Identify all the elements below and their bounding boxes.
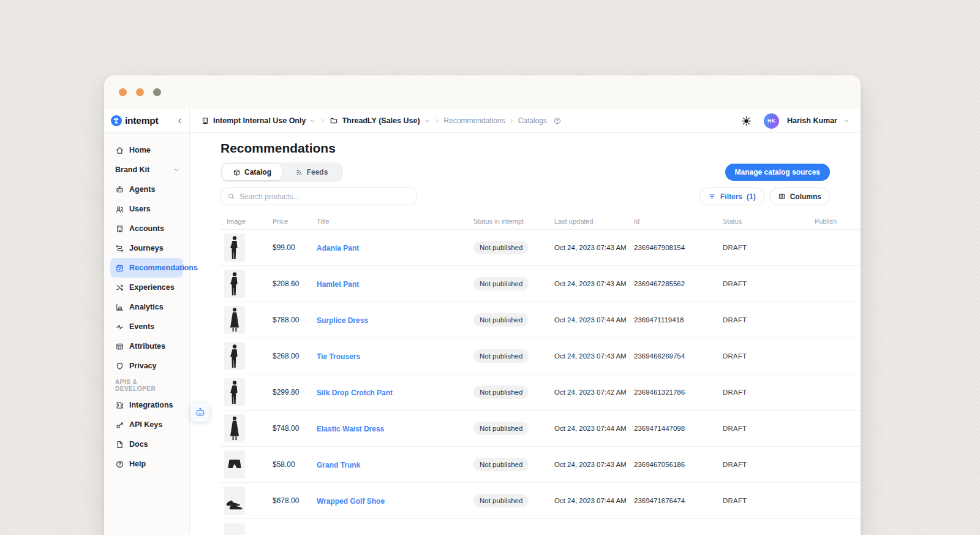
sidebar-item-label: Recommendations — [129, 264, 198, 272]
columns-label: Columns — [790, 192, 821, 201]
sidebar-item-label: Home — [129, 146, 151, 154]
status-badge: Not published — [473, 277, 529, 290]
table-row[interactable]: $208.60Hamlet PantNot publishedOct 24, 2… — [221, 266, 861, 302]
org-switcher[interactable]: Intempt Internal Use Only — [201, 116, 316, 125]
table-row[interactable]: $58.00Grand TrunkNot publishedOct 24, 20… — [221, 447, 861, 483]
draft-status-cell: DRAFT — [723, 352, 815, 360]
sidebar-item-api-keys[interactable]: API Keys — [110, 415, 183, 434]
search-icon — [227, 192, 235, 200]
breadcrumb-page[interactable]: Catalogs — [518, 116, 547, 125]
sidebar-section-label: APIS & DEVELOPER — [110, 376, 183, 395]
table-row[interactable]: $268.00Tie TrousersNot publishedOct 24, … — [221, 338, 861, 374]
table-row[interactable]: $788.00Surplice DressNot publishedOct 24… — [221, 302, 861, 338]
price-cell: $678.00 — [273, 496, 317, 505]
table-row[interactable]: $678.00Wrapped Golf ShoeNot publishedOct… — [221, 483, 861, 519]
puzzle-icon — [115, 401, 124, 410]
sidebar-item-help[interactable]: Help — [110, 454, 183, 474]
tab-catalog[interactable]: Catalog — [222, 164, 282, 180]
product-thumbnail — [224, 342, 245, 370]
last-updated-cell: Oct 24, 2023 07:44 AM — [554, 497, 634, 504]
sidebar-collapse-button[interactable] — [176, 117, 184, 125]
avatar[interactable]: HK — [764, 113, 779, 129]
sidebar-item-events[interactable]: Events — [110, 317, 183, 336]
status-badge: Not published — [473, 494, 529, 507]
id-cell: 2369471447098 — [634, 425, 723, 432]
sidebar-item-label: Accounts — [129, 224, 164, 233]
doc-icon — [115, 440, 124, 449]
sidebar-item-docs[interactable]: Docs — [110, 434, 183, 454]
product-image-cell — [221, 306, 273, 334]
filters-count: (1) — [747, 192, 756, 201]
columns-button[interactable]: Columns — [769, 188, 830, 205]
product-title-link[interactable]: Wrapped Golf Shoe — [317, 497, 385, 506]
project-name: ThreadLY (Sales Use) — [342, 116, 420, 125]
column-header-publish: Publish — [815, 218, 861, 225]
chevron-right-icon — [509, 118, 514, 124]
sidebar-item-label: Events — [129, 322, 154, 331]
breadcrumb: Intempt Internal Use Only ThreadLY (Sale… — [190, 109, 861, 133]
sidebar-item-label: Brand Kit — [115, 165, 149, 174]
intempt-logo[interactable]: intempt — [111, 115, 159, 126]
id-cell: 2369467908154 — [634, 244, 723, 251]
window-control-close[interactable] — [119, 88, 127, 96]
project-switcher[interactable]: ThreadLY (Sales Use) — [330, 116, 430, 125]
sidebar-item-attributes[interactable]: Attributes — [110, 336, 183, 356]
product-title-link[interactable]: Silk Drop Crotch Pant — [317, 389, 393, 397]
ai-assistant-button[interactable] — [190, 403, 209, 422]
price-cell: $208.60 — [273, 279, 317, 288]
table-row[interactable]: $299.80Silk Drop Crotch PantNot publishe… — [221, 374, 861, 411]
products-table: ImagePriceTitleStatus in intemptLast upd… — [221, 213, 861, 535]
bot-icon — [115, 185, 124, 194]
filters-label: Filters — [720, 192, 742, 201]
product-title-link[interactable]: Hamlet Pant — [317, 280, 359, 289]
table-actions: Filters (1) Columns — [699, 188, 830, 205]
product-title-link[interactable]: Grand Trunk — [317, 461, 360, 469]
sidebar-item-journeys[interactable]: Journeys — [110, 238, 183, 258]
chevron-down-icon — [173, 167, 180, 173]
price-cell: $748.00 — [273, 424, 317, 433]
sidebar-item-users[interactable]: Users — [110, 199, 183, 219]
tab-feeds[interactable]: Feeds — [282, 164, 341, 180]
sidebar-item-recommendations[interactable]: Recommendations — [110, 258, 183, 278]
product-image-cell — [221, 414, 273, 442]
filters-button[interactable]: Filters (1) — [699, 188, 764, 205]
sidebar-item-agents[interactable]: Agents — [110, 180, 183, 199]
product-thumbnail — [224, 270, 245, 298]
controls-row-2: Filters (1) Columns — [221, 188, 861, 205]
product-image-cell — [221, 487, 273, 515]
sidebar-item-label: Integrations — [129, 401, 173, 409]
window-control-minimize[interactable] — [136, 88, 144, 96]
product-title-link[interactable]: Adania Pant — [317, 244, 359, 252]
sidebar-item-accounts[interactable]: Accounts — [110, 219, 183, 238]
user-name[interactable]: Harish Kumar — [787, 116, 837, 125]
column-header-status-in-intempt: Status in intempt — [473, 218, 554, 225]
product-title-link[interactable]: Elastic Waist Dress — [317, 425, 384, 433]
sidebar-item-analytics[interactable]: Analytics — [110, 297, 183, 317]
help-circle-icon[interactable] — [553, 116, 562, 125]
product-title-link[interactable]: Tie Trousers — [317, 352, 360, 361]
price-cell: $299.80 — [273, 388, 317, 397]
table-body: $99.00Adania PantNot publishedOct 24, 20… — [221, 230, 861, 535]
sidebar-item-brand-kit[interactable]: Brand Kit — [110, 160, 183, 180]
table-row[interactable]: $99.00Adania PantNot publishedOct 24, 20… — [221, 230, 861, 266]
sidebar-nav: HomeBrand KitAgentsUsersAccountsJourneys… — [104, 133, 190, 535]
last-updated-cell: Oct 24, 2023 07:42 AM — [554, 389, 634, 396]
org-name: Intempt Internal Use Only — [213, 116, 306, 125]
sidebar-item-privacy[interactable]: Privacy — [110, 356, 183, 376]
id-cell: 2369466269754 — [634, 352, 723, 360]
columns-icon — [778, 192, 786, 200]
logo-text: intempt — [125, 115, 159, 126]
sidebar-item-experiences[interactable]: Experiences — [110, 278, 183, 297]
search-input[interactable] — [239, 192, 410, 201]
theme-toggle-sun-icon[interactable] — [741, 116, 752, 126]
privacy-icon — [115, 362, 124, 371]
table-row-partial[interactable] — [221, 519, 861, 535]
breadcrumb-section[interactable]: Recommendations — [444, 116, 505, 125]
table-row[interactable]: $748.00Elastic Waist DressNot publishedO… — [221, 411, 861, 447]
window-control-zoom[interactable] — [153, 88, 161, 96]
chevron-down-icon[interactable] — [843, 118, 850, 124]
manage-catalog-sources-button[interactable]: Manage catalog sources — [725, 164, 830, 181]
sidebar-item-integrations[interactable]: Integrations — [110, 395, 183, 415]
sidebar-item-home[interactable]: Home — [110, 140, 183, 160]
product-title-link[interactable]: Surplice Dress — [317, 316, 368, 325]
